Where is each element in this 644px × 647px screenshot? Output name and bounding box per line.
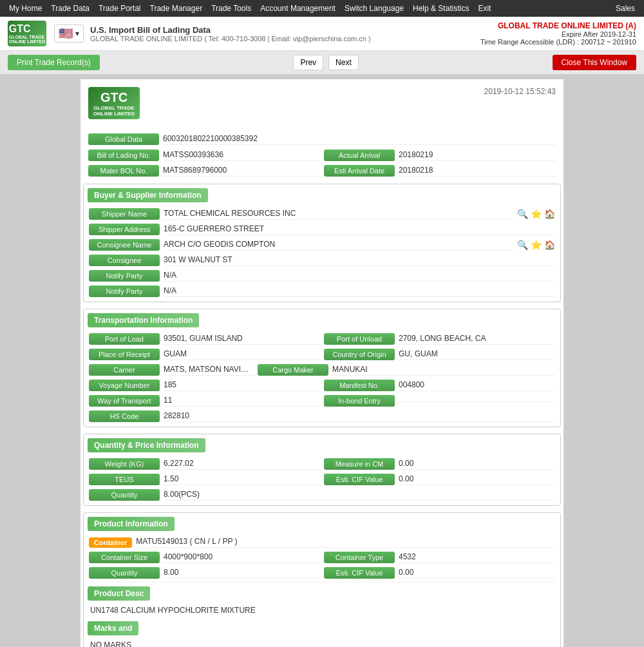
account-info: GLOBAL TRADE ONLINE LIMITED (A) Expire A… <box>480 21 636 46</box>
header-bar: GTC GLOBAL TRADE ONLINE LIMITED 🇺🇸 ▾ U.S… <box>0 17 644 51</box>
close-button-top[interactable]: Close This Window <box>553 55 636 70</box>
consignee-name-row: Consignee Name ARCH C/O GEODIS COMPTON 🔍… <box>84 237 560 253</box>
next-button-top[interactable]: Next <box>328 55 359 70</box>
quantity-label-qp: Quantity <box>89 489 160 501</box>
star-icon-consignee[interactable]: ⭐ <box>531 240 542 250</box>
carrier-value: MATS, MATSON NAVIGATION C... <box>164 365 254 376</box>
product-info-section: Product Information Container MATU514901… <box>83 512 561 647</box>
bol-value: MATSS00393636 <box>163 150 320 161</box>
flag-icon: 🇺🇸 <box>59 26 73 41</box>
search-icon-consignee[interactable]: 🔍 <box>517 240 528 250</box>
mater-bol-row: Mater BOL No. MATS8689796000 Esti Arriva… <box>83 163 561 179</box>
esti-arrival-value: 20180218 <box>399 166 556 177</box>
logo-image: GTC GLOBAL TRADE ONLINE LIMITED <box>8 21 46 46</box>
quantity-pi-value: 8.00 <box>164 568 320 579</box>
quantity-price-section: Quantity & Price Information Weight (KG)… <box>83 434 561 506</box>
star-icon-shipper[interactable]: ⭐ <box>531 209 542 219</box>
esti-arrival-label: Esti Arrival Date <box>324 165 395 177</box>
teus-value: 1.50 <box>164 474 320 485</box>
notify-party1-label: Notify Party <box>89 270 160 282</box>
manifest-no-label: Manifest No. <box>324 380 395 391</box>
home-icon-shipper[interactable]: 🏠 <box>544 209 555 219</box>
top-navigation: My Home Trade Data Trade Portal Trade Ma… <box>0 0 644 17</box>
notify-party2-row: Notify Party N/A <box>84 284 560 299</box>
record-timestamp: 2019-10-12 15:52:43 <box>484 87 556 96</box>
site-info: U.S. Import Bill of Lading Data GLOBAL T… <box>90 25 371 43</box>
container-type-label: Container Type <box>324 552 395 563</box>
quantity-pi-label: Quantity <box>89 567 160 579</box>
esti-cif-value-qp: 0.00 <box>399 474 555 485</box>
quantity-pi-row: Quantity 8.00 Esti. CIF Value 0.00 <box>84 565 560 581</box>
carrier-label: Carrier <box>89 364 160 376</box>
hs-code-label: HS Code <box>89 410 160 422</box>
notify-party1-value: N/A <box>164 271 555 282</box>
bol-row: Bill of Lading No. MATSS00393636 Actual … <box>83 148 561 163</box>
shipper-name-row: Shipper Name TOTAL CHEMICAL RESOURCES IN… <box>84 206 560 222</box>
prev-button-top[interactable]: Prev <box>293 55 323 70</box>
container-value: MATU5149013 ( CN / L / PP ) <box>136 537 555 548</box>
container-row: Container MATU5149013 ( CN / L / PP ) <box>84 535 560 550</box>
shipper-name-value: TOTAL CHEMICAL RESOURCES INC <box>164 209 513 220</box>
port-unload-label: Port of Unload <box>324 333 395 345</box>
nav-exit[interactable]: Exit <box>474 3 495 14</box>
mater-bol-label: Mater BOL No. <box>88 165 159 177</box>
measure-label: Measure in CM <box>324 458 395 470</box>
product-desc-title: Product Desc <box>88 586 150 601</box>
actual-arrival-value: 20180219 <box>399 150 556 161</box>
home-icon-consignee[interactable]: 🏠 <box>544 240 555 250</box>
nav-sales[interactable]: Sales <box>612 3 639 14</box>
place-receipt-value: GUAM <box>164 349 320 360</box>
in-bond-value <box>399 400 555 402</box>
in-bond-label: In-bond Entry <box>324 395 395 407</box>
container-size-value: 4000*900*800 <box>164 552 320 563</box>
nav-trade-manager[interactable]: Trade Manager <box>146 3 207 14</box>
hs-code-row: HS Code 282810 <box>84 409 560 424</box>
nav-help-statistics[interactable]: Help & Statistics <box>409 3 473 14</box>
marks-value: NO MARKS <box>90 641 131 647</box>
flag-selector[interactable]: 🇺🇸 ▾ <box>54 24 84 43</box>
nav-trade-portal[interactable]: Trade Portal <box>95 3 145 14</box>
print-button-top[interactable]: Print Trade Record(s) <box>8 55 100 70</box>
way-transport-value: 11 <box>164 396 320 407</box>
transportation-section: Transportation Information Port of Load … <box>83 309 561 427</box>
logo: GTC GLOBAL TRADE ONLINE LIMITED <box>8 21 46 46</box>
container-badge: Container <box>89 537 132 548</box>
manifest-no-value: 004800 <box>399 380 555 391</box>
transportation-title: Transportation Information <box>88 313 199 327</box>
nav-account-management[interactable]: Account Management <box>256 3 339 14</box>
actual-arrival-label: Actual Arrival <box>324 150 395 161</box>
global-data-label: Global Data <box>88 133 159 145</box>
quantity-price-title: Quantity & Price Information <box>88 438 205 452</box>
weight-value: 6,227.02 <box>164 459 320 470</box>
shipper-address-row: Shipper Address 165-C GUERRERO STREET <box>84 222 560 237</box>
consignee-value: 301 W WALNUT ST <box>164 255 555 266</box>
consignee-row: Consignee 301 W WALNUT ST <box>84 253 560 268</box>
nav-switch-language[interactable]: Switch Language <box>341 3 408 14</box>
notify-party2-value: N/A <box>164 286 555 297</box>
quantity-row-qp: Quantity 8.00(PCS) <box>84 487 560 503</box>
product-info-title: Product Information <box>88 517 175 531</box>
global-data-value: 6003201802210000385392 <box>163 134 556 145</box>
port-load-label: Port of Load <box>89 333 160 345</box>
product-desc-value: UN1748 CALCIUM HYPOCHLORITE MIXTURE <box>90 606 256 615</box>
search-icon-shipper[interactable]: 🔍 <box>517 209 528 219</box>
consignee-label: Consignee <box>89 255 160 266</box>
esti-cif-label-qp: Esti. CIF Value <box>324 474 395 485</box>
shipper-address-label: Shipper Address <box>89 224 160 235</box>
nav-trade-tools[interactable]: Trade Tools <box>207 3 255 14</box>
teus-label: TEUS <box>89 474 160 485</box>
country-origin-value: GU, GUAM <box>399 349 555 360</box>
record-logo: GTC GLOBAL TRADE ONLINE LIMITED <box>88 87 140 119</box>
teus-row: TEUS 1.50 Esti. CIF Value 0.00 <box>84 472 560 487</box>
record-logo-image: GTC GLOBAL TRADE ONLINE LIMITED <box>88 87 140 119</box>
voyage-row: Voyage Number 185 Manifest No. 004800 <box>84 378 560 393</box>
shipper-address-value: 165-C GUERRERO STREET <box>164 224 555 235</box>
marks-title: Marks and <box>88 621 138 635</box>
bol-label: Bill of Lading No. <box>88 150 159 161</box>
voyage-number-value: 185 <box>164 380 320 391</box>
nav-trade-data[interactable]: Trade Data <box>47 3 93 14</box>
consignee-name-value: ARCH C/O GEODIS COMPTON <box>164 240 513 251</box>
nav-my-home[interactable]: My Home <box>5 3 46 14</box>
port-unload-value: 2709, LONG BEACH, CA <box>399 334 555 345</box>
esti-cif-pi-label: Esti. CIF Value <box>324 567 395 579</box>
